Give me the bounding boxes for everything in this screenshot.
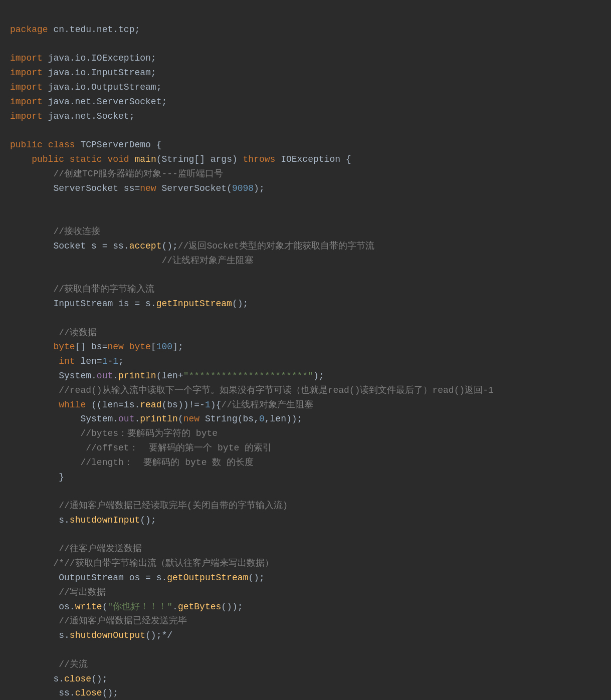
line-comment-read: //read()从输入流中读取下一个字节。如果没有字节可读（也就是read()读… xyxy=(10,385,494,395)
line-import-3: import java.io.OutputStream; xyxy=(10,82,161,92)
line-import-5: import java.net.Socket; xyxy=(10,111,134,121)
line-comment-2: //接收连接 xyxy=(10,226,100,237)
line-while-close: } xyxy=(10,472,64,482)
line-import-2: import java.io.InputStream; xyxy=(10,68,156,78)
code-editor: package cn.tedu.net.tcp; import java.io.… xyxy=(10,8,601,700)
line-shutdownoutput: s.shutdownOutput();*/ xyxy=(10,630,172,640)
line-len-init: int len=1-1; xyxy=(10,356,124,366)
line-comment-bytes: //bytes：要解码为字符的 byte xyxy=(10,428,218,438)
line-println-string: System.out.println(new String(bs,0,len))… xyxy=(10,414,302,424)
line-inputstream: InputStream is = s.getInputStream(); xyxy=(10,299,248,309)
line-package: package cn.tedu.net.tcp; xyxy=(10,25,140,35)
line-accept: Socket s = ss.accept();//返回Socket类型的对象才能… xyxy=(10,241,374,251)
line-byte-array: byte[] bs=new byte[100]; xyxy=(10,342,183,352)
line-method-decl: public static void main(String[] args) t… xyxy=(10,154,351,164)
line-comment-notify-read: //通知客户端数据已经读取完毕(关闭自带的字节输入流) xyxy=(10,501,288,511)
line-println-len: System.out.println(len+"****************… xyxy=(10,371,324,381)
line-comment-write: //写出数据 xyxy=(10,587,106,597)
line-outputstream: OutputStream os = s.getOutputStream(); xyxy=(10,573,265,583)
line-comment-4: //读数据 xyxy=(10,328,97,338)
line-comment-outputstream-start: /*//获取自带字节输出流（默认往客户端来写出数据） xyxy=(10,558,274,568)
line-comment-notify-send: //通知客户端数据已经发送完毕 xyxy=(10,616,187,626)
line-comment-length: //length： 要解码的 byte 数 的长度 xyxy=(10,457,254,468)
line-s-close: s.close(); xyxy=(10,674,107,684)
line-comment-send: //往客户端发送数据 xyxy=(10,544,142,554)
line-comment-3: //获取自带的字节输入流 xyxy=(10,284,154,294)
line-import-1: import java.io.IOException; xyxy=(10,53,156,63)
line-comment-close: //关流 xyxy=(10,659,88,669)
line-comment-1: //创建TCP服务器端的对象---监听端口号 xyxy=(10,169,223,179)
line-class-decl: public class TCPServerDemo { xyxy=(10,140,161,150)
line-accept-comment: //让线程对象产生阻塞 xyxy=(10,256,254,266)
line-write: os.write("你也好！！！".getBytes()); xyxy=(10,602,243,612)
line-serversocket: ServerSocket ss=new ServerSocket(9098); xyxy=(10,183,265,193)
line-import-4: import java.net.ServerSocket; xyxy=(10,97,167,107)
line-shutdowninput: s.shutdownInput(); xyxy=(10,515,156,525)
line-comment-offset: //offset： 要解码的第一个 byte 的索引 xyxy=(10,443,272,453)
line-while: while ((len=is.read(bs))!=-1){//让线程对象产生阻… xyxy=(10,400,313,410)
line-ss-close: ss.close(); xyxy=(10,688,118,698)
